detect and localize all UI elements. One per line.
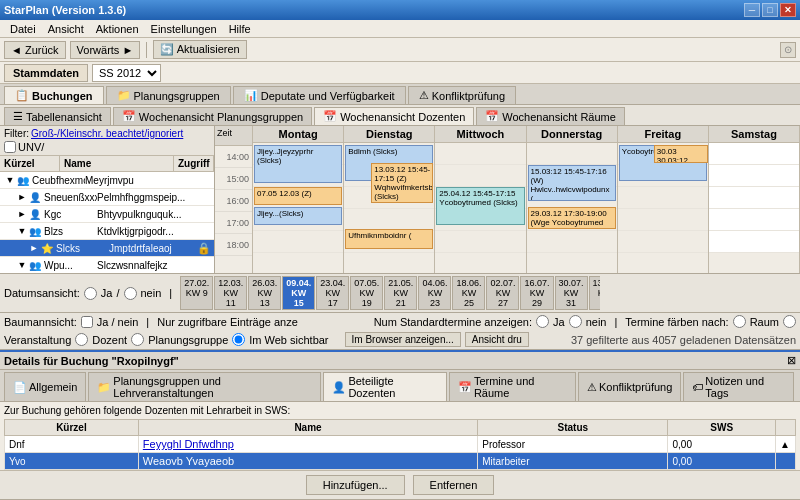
tree-body[interactable]: ▼ 👥 Ceubfhexmc Meyrjmvpu ► 👤 Sneuenßxxx … (0, 172, 214, 273)
week-cell[interactable]: 12.03.KW 11 (214, 276, 247, 310)
tab-planungsgruppen[interactable]: 📁 Planungsgruppen (106, 86, 231, 104)
ansicht-btn[interactable]: Ansicht dru (465, 332, 529, 347)
datumsansicht-label: Datumsansicht: (4, 287, 80, 299)
tue-event-2[interactable]: 13.03.12 15:45-17:15 (Z) Wqhwvifmkertsbk… (371, 163, 433, 203)
item-kuerzel: Kgc (42, 209, 97, 220)
std-termine-label: Num Standardtermine anzeigen: (374, 316, 532, 328)
tree-item[interactable]: ▼ 👥 Wpu... Slczwsnnalfejkz (0, 257, 214, 273)
tue-event-3[interactable]: Ufhmiknmboidnr ( (345, 229, 433, 249)
tree-item[interactable]: ► 👤 Sneuenßxxx Pelmhfhggmspeip... (0, 189, 214, 206)
tab-wochenansicht-dozenten[interactable]: 📅 Wochenansicht Dozenten (314, 107, 474, 125)
menu-datei[interactable]: Datei (4, 22, 42, 36)
detail-tab-allgemein[interactable]: 📄 Allgemein (4, 372, 86, 401)
expand-icon[interactable]: ▼ (16, 259, 28, 271)
hinzufuegen-button[interactable]: Hinzufügen... (306, 475, 405, 495)
menu-aktionen[interactable]: Aktionen (90, 22, 145, 36)
thu-event-2[interactable]: 29.03.12 17:30-19:00 (Wge Ycoboytrumed (… (528, 207, 616, 229)
detail-tab-notizen[interactable]: 🏷 Notizen und Tags (683, 372, 794, 401)
thu-event-1[interactable]: 15.03:12 15:45-17:16 (W) Hwlcv..hwlcvwip… (528, 165, 616, 201)
expand-icon[interactable]: ▼ (4, 174, 16, 186)
farben-dozent[interactable] (75, 333, 88, 346)
entfernen-button[interactable]: Entfernen (413, 475, 495, 495)
week-cell[interactable]: 02.07.KW 27 (486, 276, 519, 310)
mon-event-1[interactable]: Jljey..Jjeyzyprhr (Slcks) (254, 145, 342, 183)
forward-button[interactable]: Vorwärts ► (70, 41, 141, 59)
stammdaten-button[interactable]: Stammdaten (4, 64, 88, 82)
dozent-row-1[interactable]: Dnf Feyyghl Dnfwdhnp Professor 0,00 ▲ (5, 436, 796, 453)
semester-select[interactable]: SS 2012 (92, 64, 161, 82)
table-icon: ☰ (13, 110, 23, 123)
tree-item[interactable]: ► 👤 Kgc Bhtyvpulknguquk... (0, 206, 214, 223)
baumannsicht-check[interactable] (81, 316, 93, 328)
week-cell[interactable]: 26.03.KW 13 (248, 276, 281, 310)
detail-panel: Details für Buchung "Rxopilnygf" ⊠ 📄 All… (0, 350, 800, 499)
detail-tab-konflikt2[interactable]: ⚠ Konfliktprüfung (578, 372, 681, 401)
detail-tab-termine[interactable]: 📅 Termine und Räume (449, 372, 576, 401)
tab-wochenansicht-planungsgruppen[interactable]: 📅 Wochenansicht Planungsgruppen (113, 107, 312, 125)
farben-raum[interactable] (733, 315, 746, 328)
farben-veranstaltung[interactable] (783, 315, 796, 328)
tab-buchungen[interactable]: 📋 Buchungen (4, 86, 104, 104)
filter-link[interactable]: Groß-/Kleinschr. beachtet/ignoriert (31, 128, 183, 139)
detail-close[interactable]: ⊠ (787, 354, 796, 367)
item-name: Jmptdrtfaleaoj (109, 243, 194, 254)
tab-wochenansicht-raeume[interactable]: 📅 Wochenansicht Räume (476, 107, 625, 125)
expand-icon[interactable]: ► (28, 242, 40, 254)
datum-sep: / (116, 287, 119, 299)
menu-hilfe[interactable]: Hilfe (223, 22, 257, 36)
datum-nein[interactable] (124, 287, 137, 300)
wednesday-header: Mittwoch (435, 126, 525, 143)
farben-raum-label: Raum (750, 316, 779, 328)
tree-item-selected[interactable]: ► ⭐ Slcks Jmptdrtfaleaoj 🔒 (0, 240, 214, 257)
farben-web[interactable] (232, 333, 245, 346)
col-kuerzel: Kürzel (0, 156, 60, 171)
expand-icon[interactable]: ▼ (16, 225, 28, 237)
stdtermine-nein[interactable] (569, 315, 582, 328)
week-cell[interactable]: 13.08.KW 33 (589, 276, 601, 310)
maximize-button[interactable]: □ (762, 3, 778, 17)
expand-icon[interactable]: ► (16, 208, 28, 220)
week-cell[interactable]: 07.05.KW 19 (350, 276, 383, 310)
minimize-button[interactable]: ─ (744, 3, 760, 17)
tab-tabellenansicht[interactable]: ☰ Tabellenansicht (4, 107, 111, 125)
tree-item[interactable]: ▼ 👥 Ceubfhexmc Meyrjmvpu (0, 172, 214, 189)
unv-check[interactable]: UNV/ (4, 141, 44, 153)
detail-tab-dozenten[interactable]: 👤 Beteiligte Dozenten (323, 372, 447, 401)
unv-checkbox[interactable] (4, 141, 16, 153)
fri-event-2[interactable]: 30.03 30.03:12 15:45-17:1 Hwlcv..Hwlcvwi… (654, 145, 708, 163)
week-cell[interactable]: 21.05.KW 21 (384, 276, 417, 310)
menu-ansicht[interactable]: Ansicht (42, 22, 90, 36)
week-cell[interactable]: 30.07.KW 31 (555, 276, 588, 310)
datum-ja-label: Ja (101, 287, 113, 299)
week-cell-current[interactable]: 09.04.KW 15 (282, 276, 315, 310)
monday-column: Montag Jljey..Jjeyzyprhr (Slcks) 07.05 1… (253, 126, 344, 273)
date-controls: Datumsansicht: Ja / nein | 27.02.KW 9 12… (0, 274, 800, 313)
browser-btn[interactable]: Im Browser anzeigen... (345, 332, 461, 347)
week-cell[interactable]: 18.06.KW 25 (452, 276, 485, 310)
back-button[interactable]: ◄ Zurück (4, 41, 66, 59)
close-button[interactable]: ✕ (780, 3, 796, 17)
wed-event-1[interactable]: 25.04.12 15:45-17:15 Ycoboytrumed (Slcks… (436, 187, 524, 225)
mon-event-3[interactable]: Jljey...(Slcks) (254, 207, 342, 225)
refresh-button[interactable]: 🔄 Aktualisieren (153, 40, 246, 59)
monday-slots: Jljey..Jjeyzyprhr (Slcks) 07.05 12.03 (Z… (253, 143, 343, 253)
expand-icon[interactable]: ► (16, 191, 28, 203)
detail-tab-planungsgruppen[interactable]: 📁 Planungsgruppen und Lehrveranstaltunge… (88, 372, 321, 401)
item-name: Ktdvlktjgrpigodr... (97, 226, 214, 237)
week-cell[interactable]: 27.02.KW 9 (180, 276, 213, 310)
menu-einstellungen[interactable]: Einstellungen (145, 22, 223, 36)
datum-ja[interactable] (84, 287, 97, 300)
week-cell[interactable]: 16.07.KW 29 (520, 276, 553, 310)
week-cell[interactable]: 04.06.KW 23 (418, 276, 451, 310)
tab-deputate[interactable]: 📊 Deputate und Verfügbarkeit (233, 86, 406, 104)
week-cell[interactable]: 23.04.KW 17 (316, 276, 349, 310)
dozenten-subtitle: Zur Buchung gehören folgende Dozenten mi… (4, 405, 796, 416)
count-text: 37 gefilterte aus 4057 geladenen Datensä… (571, 334, 796, 346)
star-icon: ⭐ (40, 241, 54, 255)
farben-planungsgruppe[interactable] (131, 333, 144, 346)
stdtermine-ja[interactable] (536, 315, 549, 328)
tab-konflikt[interactable]: ⚠ Konfliktprüfung (408, 86, 516, 104)
tree-item[interactable]: ▼ 👥 Blzs Ktdvlktjgrpigodr... (0, 223, 214, 240)
mon-event-2[interactable]: 07.05 12.03 (Z) (254, 187, 342, 205)
dozent-row-2[interactable]: Yvo Weaovb Yvayaeob Mitarbeiter 0,00 (5, 453, 796, 470)
